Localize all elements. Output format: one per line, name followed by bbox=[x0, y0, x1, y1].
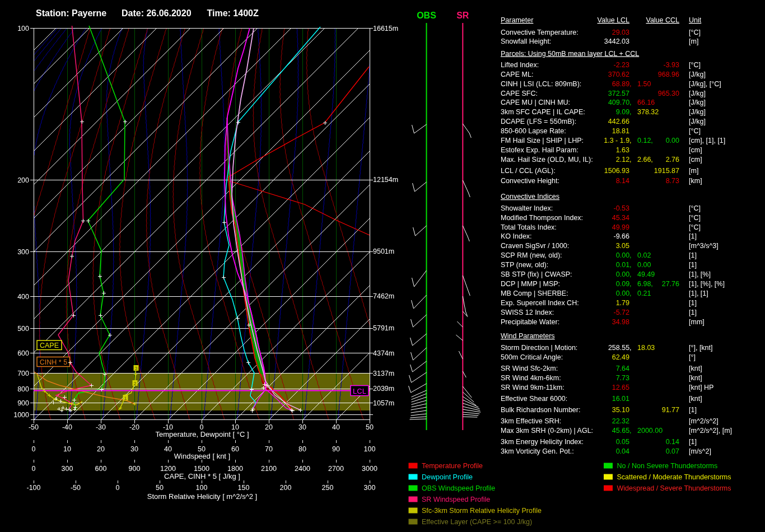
svg-text:Bulk Richardson Number:: Bulk Richardson Number: bbox=[501, 406, 580, 414]
svg-text:12.65: 12.65 bbox=[612, 384, 629, 391]
svg-text:[1]: [1] bbox=[689, 232, 697, 240]
svg-text:Max. Hail Size (OLD, MU, IL):: Max. Hail Size (OLD, MU, IL): bbox=[501, 156, 593, 164]
svg-text:300: 300 bbox=[364, 484, 376, 492]
svg-text:200: 200 bbox=[17, 176, 29, 184]
svg-text:965.30: 965.30 bbox=[658, 90, 679, 97]
svg-text:250: 250 bbox=[322, 484, 334, 492]
svg-text:[mm]: [mm] bbox=[689, 318, 705, 326]
svg-text:7462m: 7462m bbox=[373, 292, 394, 300]
svg-text:0.12,: 0.12, bbox=[637, 137, 653, 144]
svg-text:0.00: 0.00 bbox=[666, 137, 679, 144]
svg-text:49.49: 49.49 bbox=[637, 270, 655, 278]
svg-text:Value LCL: Value LCL bbox=[598, 16, 629, 24]
svg-text:Craven SigSvr / 1000:: Craven SigSvr / 1000: bbox=[501, 242, 569, 250]
svg-text:FM Hail Size | SHIP | LHP:: FM Hail Size | SHIP | LHP: bbox=[501, 137, 584, 144]
svg-text:[1]: [1] bbox=[689, 309, 697, 316]
svg-text:3442.03: 3442.03 bbox=[604, 38, 629, 45]
svg-text:409.70,: 409.70, bbox=[608, 99, 632, 106]
svg-text:OBS Windspeed Profile: OBS Windspeed Profile bbox=[422, 484, 495, 492]
svg-text:50: 50 bbox=[156, 484, 164, 492]
svg-text:-0.53: -0.53 bbox=[614, 204, 630, 212]
svg-text:6.98,: 6.98, bbox=[637, 280, 653, 288]
svg-text:45.65,: 45.65, bbox=[612, 427, 632, 435]
svg-text:5791m: 5791m bbox=[373, 324, 394, 332]
svg-text:Temperature, Dewpoint [ °C ]: Temperature, Dewpoint [ °C ] bbox=[155, 430, 249, 438]
svg-text:91.77: 91.77 bbox=[662, 406, 679, 414]
svg-text:35.10: 35.10 bbox=[612, 406, 629, 414]
svg-text:CAPE SFC:: CAPE SFC: bbox=[501, 90, 538, 97]
svg-text:Convective Height:: Convective Height: bbox=[501, 177, 559, 185]
svg-text:0: 0 bbox=[32, 465, 36, 473]
svg-text:[°C]: [°C] bbox=[689, 61, 701, 69]
svg-text:16615m: 16615m bbox=[373, 25, 398, 32]
svg-text:[°C]: [°C] bbox=[689, 223, 701, 231]
svg-text:30: 30 bbox=[130, 445, 138, 453]
svg-text:378.32: 378.32 bbox=[637, 108, 659, 116]
svg-text:62.49: 62.49 bbox=[612, 353, 629, 361]
svg-text:2400: 2400 bbox=[295, 465, 310, 473]
svg-text:27.76: 27.76 bbox=[662, 280, 679, 288]
svg-text:[1], [%], [%]: [1], [%], [%] bbox=[689, 280, 725, 288]
svg-text:500m Critical Angle:: 500m Critical Angle: bbox=[501, 353, 563, 361]
svg-text:150: 150 bbox=[238, 484, 250, 492]
svg-text:100: 100 bbox=[364, 445, 376, 453]
svg-text:SB STP (fix) | CWASP:: SB STP (fix) | CWASP: bbox=[501, 270, 572, 278]
svg-text:0.09,: 0.09, bbox=[616, 280, 632, 288]
svg-text:Value CCL: Value CCL bbox=[646, 16, 679, 24]
svg-text:SR Wind Sfc-2km:: SR Wind Sfc-2km: bbox=[501, 365, 558, 372]
svg-text:-5.72: -5.72 bbox=[614, 309, 630, 316]
svg-text:Unit: Unit bbox=[689, 16, 702, 24]
svg-text:-50: -50 bbox=[29, 423, 39, 431]
svg-text:[m/s^2]: [m/s^2] bbox=[689, 447, 711, 455]
svg-text:[°C]: [°C] bbox=[689, 214, 701, 222]
svg-text:0.14: 0.14 bbox=[666, 438, 679, 446]
svg-text:STP (new, old):: STP (new, old): bbox=[501, 261, 548, 269]
svg-text:MB Comp | SHERBE:: MB Comp | SHERBE: bbox=[501, 290, 568, 297]
svg-text:1506.93: 1506.93 bbox=[604, 167, 629, 175]
svg-text:[J/kg]: [J/kg] bbox=[689, 90, 706, 97]
svg-text:1.63: 1.63 bbox=[616, 146, 629, 154]
svg-text:Wind Parameters: Wind Parameters bbox=[501, 332, 555, 340]
svg-text:CINH * 5: CINH * 5 bbox=[40, 358, 67, 366]
svg-text:[knt]: [knt] bbox=[689, 374, 702, 382]
svg-text:[1]: [1] bbox=[689, 251, 697, 259]
svg-text:100: 100 bbox=[17, 25, 29, 32]
svg-text:[°C]: [°C] bbox=[689, 204, 701, 212]
svg-text:-9.66: -9.66 bbox=[614, 232, 630, 240]
svg-text:2: 2 bbox=[133, 381, 136, 386]
svg-text:LCL / CCL (AGL):: LCL / CCL (AGL): bbox=[501, 167, 556, 175]
svg-text:18.81: 18.81 bbox=[612, 127, 629, 135]
svg-text:[J/kg]: [J/kg] bbox=[689, 118, 706, 125]
svg-text:1000: 1000 bbox=[13, 411, 29, 419]
svg-text:Widespread / Severe Thundersto: Widespread / Severe Thunderstorms bbox=[617, 484, 731, 492]
svg-text:[°]: [°] bbox=[689, 353, 696, 361]
svg-text:9501m: 9501m bbox=[373, 248, 394, 255]
svg-text:Storm Relative Helicity [ m^2: Storm Relative Helicity [ m^2/s^2 ] bbox=[147, 492, 257, 501]
svg-text:850-600 Lapse Rate:: 850-600 Lapse Rate: bbox=[501, 127, 566, 135]
svg-text:900: 900 bbox=[129, 465, 141, 473]
svg-text:Effective Shear 6000:: Effective Shear 6000: bbox=[501, 395, 567, 403]
svg-text:-30: -30 bbox=[96, 423, 106, 431]
svg-text:Estofex Exp. Hail Param:: Estofex Exp. Hail Param: bbox=[501, 146, 579, 154]
svg-text:1057m: 1057m bbox=[373, 399, 394, 407]
svg-text:2700: 2700 bbox=[328, 465, 344, 473]
svg-text:[m]: [m] bbox=[689, 38, 698, 45]
svg-text:-50: -50 bbox=[71, 484, 81, 492]
svg-text:CAPE ML:: CAPE ML: bbox=[501, 71, 533, 78]
svg-text:SR: SR bbox=[456, 11, 469, 20]
svg-text:SR Wind 4km-6km:: SR Wind 4km-6km: bbox=[501, 374, 561, 382]
svg-text:7.64: 7.64 bbox=[616, 365, 629, 372]
svg-text:[°], [knt]: [°], [knt] bbox=[689, 344, 713, 352]
svg-text:12154m: 12154m bbox=[373, 176, 398, 184]
svg-text:600: 600 bbox=[95, 465, 107, 473]
svg-text:0.02: 0.02 bbox=[637, 251, 651, 259]
svg-text:[°C]: [°C] bbox=[689, 127, 701, 135]
svg-text:200: 200 bbox=[280, 484, 292, 492]
svg-text:300: 300 bbox=[17, 248, 29, 256]
svg-text:Convective Indices: Convective Indices bbox=[501, 193, 559, 200]
svg-text:[1]: [1] bbox=[689, 438, 697, 446]
svg-text:SR Wind 9km-11km:: SR Wind 9km-11km: bbox=[501, 384, 565, 391]
svg-text:50: 50 bbox=[366, 423, 374, 431]
svg-text:[J/kg]: [J/kg] bbox=[689, 108, 706, 116]
svg-text:0.00: 0.00 bbox=[637, 261, 651, 269]
